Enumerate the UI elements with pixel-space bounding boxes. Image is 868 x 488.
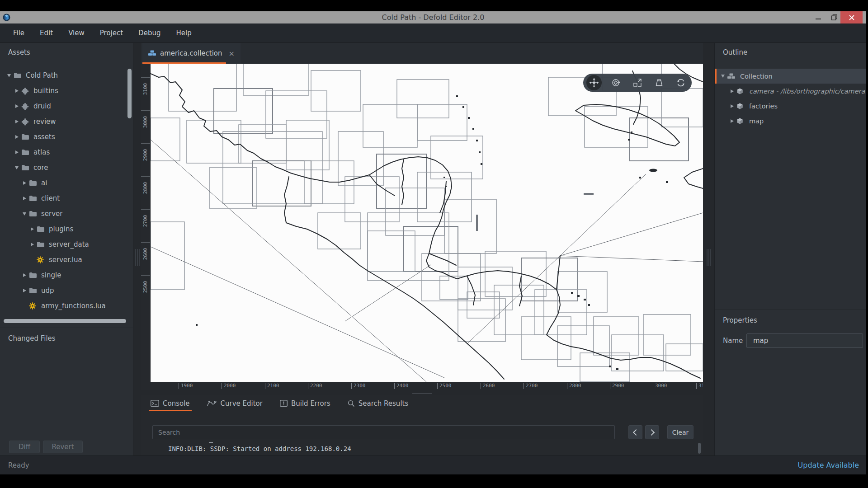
assets-item-label: ai [41, 179, 47, 187]
outline-item-label: Collection [740, 73, 773, 80]
ruler-y-tick [141, 209, 150, 210]
expand-arrow-icon[interactable] [13, 166, 20, 169]
name-field[interactable] [746, 333, 863, 348]
scene-console-splitter-grip[interactable] [412, 392, 432, 394]
menu-view[interactable]: View [64, 27, 89, 39]
assets-item-review[interactable]: review [0, 114, 127, 129]
tab-console[interactable]: Console [151, 395, 190, 411]
assets-item-atlas[interactable]: atlas [0, 145, 127, 160]
assets-item-cold-path[interactable]: Cold Path [0, 68, 127, 83]
scale-tool-button[interactable] [630, 75, 645, 90]
puzzle-icon [21, 118, 31, 126]
expand-arrow-icon[interactable] [21, 273, 28, 277]
menu-help[interactable]: Help [172, 27, 195, 39]
console-tab-label: Curve Editor [221, 399, 263, 408]
assets-item-server[interactable]: server [0, 206, 127, 221]
menu-debug[interactable]: Debug [134, 27, 165, 39]
assets-item-plugins[interactable]: plugins [0, 221, 127, 237]
expand-arrow-icon[interactable] [13, 120, 20, 123]
refresh-view-button[interactable] [673, 75, 689, 90]
right-splitter[interactable] [703, 43, 714, 455]
revert-button[interactable]: Revert [43, 441, 83, 453]
menu-file[interactable]: File [9, 27, 28, 39]
expand-arrow-icon[interactable] [21, 289, 28, 292]
tab-close-icon[interactable]: × [229, 49, 235, 58]
expand-arrow-icon[interactable] [728, 89, 736, 93]
tab-build-errors[interactable]: Build Errors [280, 395, 330, 411]
ruler-x-label: 2200 [308, 383, 322, 389]
changed-files-divider [0, 328, 133, 328]
frustum-tool-button[interactable] [651, 75, 667, 90]
assets-item-core[interactable]: core [0, 160, 127, 175]
expand-arrow-icon[interactable] [28, 227, 36, 231]
move-tool-button[interactable] [586, 75, 602, 90]
assets-item-server-data[interactable]: server_data [0, 237, 127, 252]
outline-item-factories[interactable]: factories [715, 99, 866, 113]
search-prev-button[interactable] [628, 425, 642, 439]
scene-console-splitter[interactable] [141, 390, 703, 395]
assets-horizontal-scrollbar[interactable] [4, 319, 126, 323]
tab-search-results[interactable]: Search Results [348, 395, 408, 411]
tab-america-collection[interactable]: america.collection × [142, 43, 241, 64]
outline-item-camera[interactable]: camera - /libs/orthographic/camera.go [715, 84, 866, 99]
expand-arrow-icon[interactable] [28, 243, 36, 246]
assets-item-assets[interactable]: assets [0, 129, 127, 145]
expand-arrow-icon[interactable] [13, 150, 20, 154]
assets-vertical-scrollbar[interactable] [127, 69, 132, 118]
outline-item-map[interactable]: map [715, 113, 866, 128]
gameobject-icon [736, 117, 746, 125]
expand-arrow-icon[interactable] [21, 181, 28, 185]
assets-item-client[interactable]: client [0, 191, 127, 206]
tab-curve-editor[interactable]: Curve Editor [207, 395, 263, 411]
assets-tree: Cold Pathbuiltinsdruidreviewassetsatlasc… [0, 68, 127, 314]
assets-item-label: single [41, 271, 61, 279]
right-splitter-grip[interactable] [707, 249, 711, 266]
console-search-input[interactable] [152, 425, 615, 439]
assets-panel-title: Assets [8, 48, 30, 56]
expand-arrow-icon[interactable] [21, 212, 28, 216]
assets-item-army-functions-lua[interactable]: army_functions.lua [0, 298, 127, 314]
menu-edit[interactable]: Edit [36, 27, 57, 39]
assets-item-ai[interactable]: ai [0, 175, 127, 191]
expand-arrow-icon[interactable] [5, 74, 13, 77]
outline-item-collection[interactable]: Collection [715, 69, 866, 84]
expand-arrow-icon[interactable] [13, 135, 20, 139]
assets-item-druid[interactable]: druid [0, 99, 127, 114]
assets-item-builtins[interactable]: builtins [0, 83, 127, 99]
ruler-x-label: 31 [696, 383, 703, 389]
expand-arrow-icon[interactable] [13, 104, 20, 108]
minimize-button[interactable] [811, 11, 826, 23]
clipped-log-line [209, 442, 213, 443]
expand-arrow-icon[interactable] [728, 119, 736, 123]
assets-item-udp[interactable]: udp [0, 283, 127, 298]
map-graphic [151, 64, 703, 382]
console-log[interactable]: INFO:DLIB: SSDP: Started on address 192.… [141, 442, 703, 455]
expand-arrow-icon[interactable] [13, 89, 20, 93]
console-scrollbar[interactable] [698, 443, 701, 454]
search-next-button[interactable] [645, 425, 659, 439]
assets-item-server-lua[interactable]: server.lua [0, 252, 127, 267]
left-splitter[interactable] [133, 43, 141, 455]
expand-arrow-icon[interactable] [728, 104, 736, 108]
clear-button[interactable]: Clear [667, 425, 693, 439]
scene-canvas[interactable] [151, 64, 703, 382]
rotate-tool-button[interactable] [608, 75, 623, 90]
ruler-y-tick [141, 242, 150, 243]
assets-item-label: client [41, 194, 60, 202]
collection-icon [727, 73, 737, 80]
expand-arrow-icon[interactable] [21, 197, 28, 200]
menu-project[interactable]: Project [96, 27, 127, 39]
scene-view: 3100300029002800270026002500 [141, 64, 703, 390]
restore-button[interactable] [827, 11, 841, 23]
assets-item-single[interactable]: single [0, 267, 127, 283]
diff-button[interactable]: Diff [9, 441, 40, 453]
left-splitter-grip[interactable] [135, 249, 139, 266]
update-available-link[interactable]: Update Available [798, 456, 859, 475]
folder-icon [29, 195, 38, 202]
expand-arrow-icon[interactable] [719, 75, 726, 78]
close-button[interactable] [840, 11, 863, 23]
properties-section: Properties Name [715, 310, 866, 455]
assets-item-label: udp [41, 286, 54, 295]
outline-tree: Collectioncamera - /libs/orthographic/ca… [715, 69, 866, 128]
minimize-icon [816, 19, 821, 19]
